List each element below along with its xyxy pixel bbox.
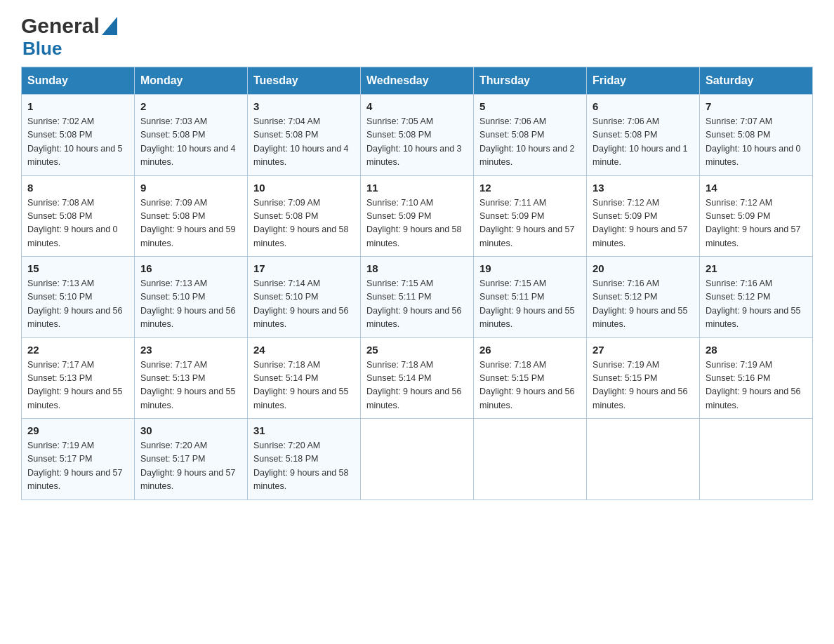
calendar-cell: 15Sunrise: 7:13 AMSunset: 5:10 PMDayligh…	[22, 257, 135, 338]
day-number: 19	[479, 262, 581, 274]
calendar-cell: 8Sunrise: 7:08 AMSunset: 5:08 PMDaylight…	[22, 175, 135, 257]
logo-general-text: General	[21, 14, 100, 38]
day-info: Sunrise: 7:18 AMSunset: 5:15 PMDaylight:…	[479, 358, 581, 413]
svg-marker-0	[102, 17, 117, 35]
calendar-cell	[700, 419, 813, 500]
day-number: 10	[253, 182, 355, 194]
day-number: 21	[706, 262, 807, 274]
day-info: Sunrise: 7:19 AMSunset: 5:16 PMDaylight:…	[706, 358, 807, 413]
day-info: Sunrise: 7:13 AMSunset: 5:10 PMDaylight:…	[27, 277, 128, 332]
calendar-cell: 31Sunrise: 7:20 AMSunset: 5:18 PMDayligh…	[248, 419, 361, 500]
calendar-cell: 24Sunrise: 7:18 AMSunset: 5:14 PMDayligh…	[248, 337, 361, 419]
day-info: Sunrise: 7:17 AMSunset: 5:13 PMDaylight:…	[140, 358, 241, 413]
calendar-cell: 22Sunrise: 7:17 AMSunset: 5:13 PMDayligh…	[22, 337, 135, 419]
day-number: 28	[706, 344, 807, 356]
day-number: 18	[366, 262, 468, 274]
calendar-cell: 4Sunrise: 7:05 AMSunset: 5:08 PMDaylight…	[361, 95, 474, 176]
calendar-cell: 25Sunrise: 7:18 AMSunset: 5:14 PMDayligh…	[361, 337, 474, 419]
day-number: 14	[706, 182, 807, 194]
calendar-cell: 30Sunrise: 7:20 AMSunset: 5:17 PMDayligh…	[135, 419, 248, 500]
day-number: 29	[27, 424, 128, 436]
calendar-cell: 29Sunrise: 7:19 AMSunset: 5:17 PMDayligh…	[22, 419, 135, 500]
day-number: 31	[253, 424, 355, 436]
col-header-saturday: Saturday	[700, 67, 813, 95]
col-header-tuesday: Tuesday	[248, 67, 361, 95]
calendar-header-row: SundayMondayTuesdayWednesdayThursdayFrid…	[22, 67, 813, 95]
day-info: Sunrise: 7:09 AMSunset: 5:08 PMDaylight:…	[140, 196, 241, 251]
day-info: Sunrise: 7:08 AMSunset: 5:08 PMDaylight:…	[27, 196, 128, 251]
day-info: Sunrise: 7:14 AMSunset: 5:10 PMDaylight:…	[253, 277, 355, 332]
col-header-friday: Friday	[587, 67, 700, 95]
calendar-cell: 21Sunrise: 7:16 AMSunset: 5:12 PMDayligh…	[700, 257, 813, 338]
logo: General Blue	[21, 14, 117, 60]
col-header-wednesday: Wednesday	[361, 67, 474, 95]
day-number: 1	[27, 100, 128, 112]
day-number: 17	[253, 262, 355, 274]
calendar-cell: 27Sunrise: 7:19 AMSunset: 5:15 PMDayligh…	[587, 337, 700, 419]
day-info: Sunrise: 7:15 AMSunset: 5:11 PMDaylight:…	[366, 277, 468, 332]
day-number: 26	[479, 344, 581, 356]
day-info: Sunrise: 7:11 AMSunset: 5:09 PMDaylight:…	[479, 196, 581, 251]
day-info: Sunrise: 7:10 AMSunset: 5:09 PMDaylight:…	[366, 196, 468, 251]
logo-blue-text: Blue	[22, 38, 62, 60]
day-info: Sunrise: 7:06 AMSunset: 5:08 PMDaylight:…	[479, 115, 581, 170]
day-number: 23	[140, 344, 241, 356]
day-number: 7	[706, 100, 807, 112]
day-info: Sunrise: 7:13 AMSunset: 5:10 PMDaylight:…	[140, 277, 241, 332]
calendar-cell	[474, 419, 587, 500]
day-number: 9	[140, 182, 241, 194]
calendar-cell	[361, 419, 474, 500]
day-number: 27	[593, 344, 694, 356]
day-info: Sunrise: 7:02 AMSunset: 5:08 PMDaylight:…	[27, 115, 128, 170]
logo-triangle-icon	[102, 17, 117, 38]
calendar-cell: 11Sunrise: 7:10 AMSunset: 5:09 PMDayligh…	[361, 175, 474, 257]
day-info: Sunrise: 7:05 AMSunset: 5:08 PMDaylight:…	[366, 115, 468, 170]
day-info: Sunrise: 7:09 AMSunset: 5:08 PMDaylight:…	[253, 196, 355, 251]
calendar-cell: 9Sunrise: 7:09 AMSunset: 5:08 PMDaylight…	[135, 175, 248, 257]
day-info: Sunrise: 7:19 AMSunset: 5:17 PMDaylight:…	[27, 439, 128, 494]
day-number: 8	[27, 182, 128, 194]
calendar-cell: 19Sunrise: 7:15 AMSunset: 5:11 PMDayligh…	[474, 257, 587, 338]
calendar-week-row: 1Sunrise: 7:02 AMSunset: 5:08 PMDaylight…	[22, 95, 813, 176]
day-number: 13	[593, 182, 694, 194]
day-info: Sunrise: 7:19 AMSunset: 5:15 PMDaylight:…	[593, 358, 694, 413]
calendar-table: SundayMondayTuesdayWednesdayThursdayFrid…	[21, 67, 813, 500]
day-number: 30	[140, 424, 241, 436]
calendar-week-row: 8Sunrise: 7:08 AMSunset: 5:08 PMDaylight…	[22, 175, 813, 257]
col-header-thursday: Thursday	[474, 67, 587, 95]
day-number: 5	[479, 100, 581, 112]
calendar-cell: 3Sunrise: 7:04 AMSunset: 5:08 PMDaylight…	[248, 95, 361, 176]
col-header-sunday: Sunday	[22, 67, 135, 95]
calendar-cell: 26Sunrise: 7:18 AMSunset: 5:15 PMDayligh…	[474, 337, 587, 419]
day-number: 25	[366, 344, 468, 356]
col-header-monday: Monday	[135, 67, 248, 95]
day-info: Sunrise: 7:17 AMSunset: 5:13 PMDaylight:…	[27, 358, 128, 413]
day-info: Sunrise: 7:07 AMSunset: 5:08 PMDaylight:…	[706, 115, 807, 170]
day-number: 24	[253, 344, 355, 356]
day-number: 3	[253, 100, 355, 112]
calendar-cell: 14Sunrise: 7:12 AMSunset: 5:09 PMDayligh…	[700, 175, 813, 257]
calendar-cell: 13Sunrise: 7:12 AMSunset: 5:09 PMDayligh…	[587, 175, 700, 257]
day-info: Sunrise: 7:20 AMSunset: 5:17 PMDaylight:…	[140, 439, 241, 494]
calendar-cell: 7Sunrise: 7:07 AMSunset: 5:08 PMDaylight…	[700, 95, 813, 176]
calendar-cell: 17Sunrise: 7:14 AMSunset: 5:10 PMDayligh…	[248, 257, 361, 338]
calendar-cell: 10Sunrise: 7:09 AMSunset: 5:08 PMDayligh…	[248, 175, 361, 257]
calendar-cell: 1Sunrise: 7:02 AMSunset: 5:08 PMDaylight…	[22, 95, 135, 176]
day-info: Sunrise: 7:06 AMSunset: 5:08 PMDaylight:…	[593, 115, 694, 170]
day-info: Sunrise: 7:15 AMSunset: 5:11 PMDaylight:…	[479, 277, 581, 332]
day-number: 6	[593, 100, 694, 112]
day-info: Sunrise: 7:16 AMSunset: 5:12 PMDaylight:…	[593, 277, 694, 332]
day-info: Sunrise: 7:18 AMSunset: 5:14 PMDaylight:…	[366, 358, 468, 413]
calendar-cell: 28Sunrise: 7:19 AMSunset: 5:16 PMDayligh…	[700, 337, 813, 419]
day-number: 12	[479, 182, 581, 194]
day-number: 20	[593, 262, 694, 274]
calendar-cell: 6Sunrise: 7:06 AMSunset: 5:08 PMDaylight…	[587, 95, 700, 176]
day-number: 11	[366, 182, 468, 194]
day-number: 2	[140, 100, 241, 112]
day-number: 16	[140, 262, 241, 274]
calendar-cell: 5Sunrise: 7:06 AMSunset: 5:08 PMDaylight…	[474, 95, 587, 176]
day-info: Sunrise: 7:12 AMSunset: 5:09 PMDaylight:…	[706, 196, 807, 251]
day-info: Sunrise: 7:18 AMSunset: 5:14 PMDaylight:…	[253, 358, 355, 413]
day-number: 22	[27, 344, 128, 356]
calendar-week-row: 15Sunrise: 7:13 AMSunset: 5:10 PMDayligh…	[22, 257, 813, 338]
